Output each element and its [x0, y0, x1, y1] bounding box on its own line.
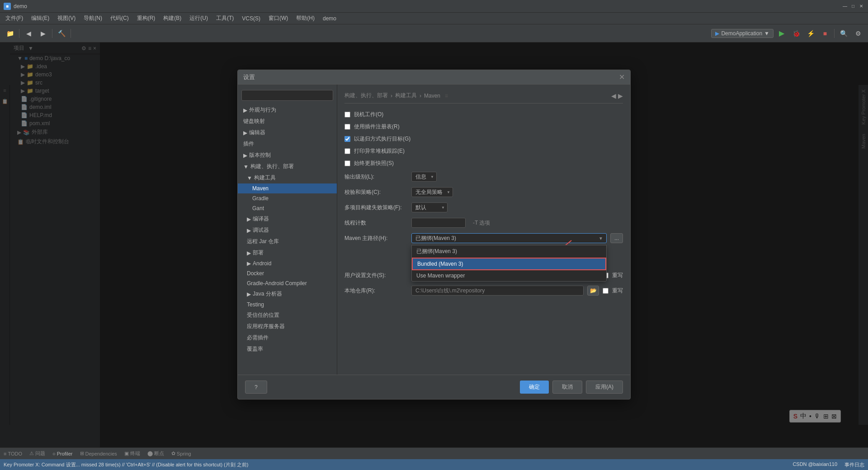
minimize-button[interactable]: — — [842, 3, 848, 9]
nav-item-build-tools[interactable]: ▼ 构建工具 — [238, 172, 337, 183]
title-bar: ■ demo — □ ✕ — [0, 0, 868, 13]
menu-item-工具(T)[interactable]: 工具(T) — [212, 14, 237, 23]
debug-button[interactable]: 🐞 — [790, 27, 802, 40]
maximize-button[interactable]: □ — [850, 3, 856, 9]
nav-item-gant[interactable]: Gant — [238, 203, 337, 213]
bottom-item-terminal[interactable]: ▣ 终端 — [124, 450, 140, 457]
nav-item-app-servers[interactable]: 应用程序服务器 — [238, 321, 337, 332]
nav-item-compiler[interactable]: ▶ 编译器 — [238, 213, 337, 225]
menu-item-视图(V)[interactable]: 视图(V) — [54, 14, 79, 23]
forward-button[interactable]: ▶ — [37, 27, 49, 40]
build-button[interactable]: 🔨 — [55, 27, 68, 40]
nav-item-required-plugins[interactable]: 必需插件 — [238, 332, 337, 343]
bottom-item-todo[interactable]: ≡ TODO — [4, 451, 22, 456]
local-repo-input[interactable] — [411, 286, 584, 296]
nav-item-docker[interactable]: Docker — [238, 268, 337, 278]
bottom-item-spring[interactable]: ✿ Spring — [171, 451, 191, 456]
bottom-item-problems[interactable]: ⚠ 问题 — [29, 450, 45, 457]
dialog-confirm-button[interactable]: 确定 — [520, 381, 549, 394]
nav-item-appearance[interactable]: ▶ 外观与行为 — [238, 104, 337, 116]
offline-work-checkbox[interactable] — [344, 112, 350, 118]
thread-count-row: 线程计数 -T 选项 — [344, 218, 623, 228]
nav-item-remote-jar[interactable]: 远程 Jar 仓库 — [238, 236, 337, 247]
dialog-close-button[interactable]: ✕ — [619, 73, 625, 81]
nav-item-plugins[interactable]: 插件 — [238, 138, 337, 150]
always-update-checkbox[interactable] — [344, 160, 350, 166]
nav-item-editor[interactable]: ▶ 编辑器 — [238, 127, 337, 138]
nav-item-testing[interactable]: Testing — [238, 300, 337, 310]
menu-item-构建(B)[interactable]: 构建(B) — [160, 14, 185, 23]
menu-item-运行(U)[interactable]: 运行(U) — [186, 14, 212, 23]
dialog-help-button[interactable]: ? — [245, 381, 267, 394]
coverage-button[interactable]: ⚡ — [804, 27, 817, 40]
status-csdn: CSDN @baixian110 — [793, 461, 837, 468]
nav-item-build[interactable]: ▼ 构建、执行、部署 — [238, 161, 337, 172]
maven-path-dropdown-arrow[interactable]: ▼ — [599, 236, 603, 241]
toolbar: 📁 ◀ ▶ 🔨 ▶ DemoApplication ▼ ▶ 🐞 ⚡ ■ 🔍 ⚙ — [0, 24, 868, 42]
dropdown-item-wrapper[interactable]: Use Maven wrapper — [412, 270, 606, 281]
execute-goals-checkbox[interactable] — [344, 136, 350, 142]
profiler-icon: ○ — [52, 451, 56, 456]
menu-item-demo[interactable]: demo — [319, 14, 340, 23]
bottom-item-profiler[interactable]: ○ Profiler — [52, 451, 73, 456]
plugin-registry-checkbox[interactable] — [344, 124, 350, 130]
nav-item-debugger[interactable]: ▶ 调试器 — [238, 225, 337, 236]
project-view-button[interactable]: 📁 — [4, 27, 16, 40]
nav-item-gradle[interactable]: Gradle — [238, 193, 337, 203]
run-button[interactable]: ▶ — [775, 27, 788, 40]
dialog-apply-button[interactable]: 应用(A) — [586, 381, 623, 394]
search-button[interactable]: 🔍 — [837, 27, 850, 40]
nav-item-deploy[interactable]: ▶ 部署 — [238, 247, 337, 258]
local-repo-overwrite-checkbox[interactable] — [603, 288, 609, 294]
dialog-search-input[interactable] — [241, 90, 333, 101]
menu-item-重构(R)[interactable]: 重构(R) — [133, 14, 159, 23]
dialog-cancel-button[interactable]: 取消 — [552, 381, 582, 394]
run-configuration[interactable]: ▶ DemoApplication ▼ — [711, 29, 774, 38]
local-repo-browse-button[interactable]: 📂 — [587, 286, 599, 296]
nav-item-keymap[interactable]: 键盘映射 — [238, 116, 337, 127]
nav-item-android[interactable]: ▶ Android — [238, 258, 337, 268]
checksum-strategy-select[interactable]: 无全局策略 宽松 严格 — [411, 187, 453, 197]
settings-gear-button[interactable]: ⚙ — [852, 27, 864, 40]
nav-item-java-profiler[interactable]: ▶ Java 分析器 — [238, 288, 337, 300]
bottom-item-breakpoints[interactable]: ⬤ 断点 — [147, 450, 164, 457]
problems-icon: ⚠ — [29, 451, 34, 456]
multi-failure-select[interactable]: 默认 失败最快 失败最终 — [411, 202, 448, 212]
menu-item-VCS(S)[interactable]: VCS(S) — [238, 14, 264, 23]
menu-item-文件(F)[interactable]: 文件(F) — [2, 14, 27, 23]
back-button[interactable]: ◀ — [22, 27, 35, 40]
print-exception-checkbox[interactable] — [344, 148, 350, 154]
breadcrumb-sep-2: › — [420, 93, 421, 99]
nav-item-trusted[interactable]: 受信任的位置 — [238, 310, 337, 321]
nav-label-vcs: 版本控制 — [249, 151, 271, 159]
menu-item-编辑(E)[interactable]: 编辑(E) — [28, 14, 53, 23]
modal-overlay: 设置 ✕ ▶ 外观与行为 键盘映射 ▶ 编辑器 — [0, 42, 868, 447]
nav-item-coverage[interactable]: 覆盖率 — [238, 343, 337, 355]
menu-item-窗口(W)[interactable]: 窗口(W) — [265, 14, 292, 23]
nav-item-gradle-android[interactable]: Gradle-Android Compiler — [238, 278, 337, 288]
nav-label-coverage: 覆盖率 — [247, 345, 263, 353]
stop-button[interactable]: ■ — [819, 27, 831, 40]
thread-count-input[interactable] — [411, 218, 466, 228]
local-repo-overwrite-label: 重写 — [612, 287, 623, 295]
dropdown-item-bundled-en[interactable]: Bundled (Maven 3) — [412, 258, 606, 270]
multi-failure-select-wrapper: 默认 失败最快 失败最终 — [411, 202, 448, 212]
menu-item-帮助(H)[interactable]: 帮助(H) — [292, 14, 318, 23]
menu-bar: 文件(F)编辑(E)视图(V)导航(N)代码(C)重构(R)构建(B)运行(U)… — [0, 13, 868, 24]
nav-item-vcs[interactable]: ▶ 版本控制 — [238, 150, 337, 161]
menu-item-导航(N)[interactable]: 导航(N) — [80, 14, 106, 23]
nav-label-remote-jar: 远程 Jar 仓库 — [247, 238, 279, 245]
breakpoints-label: 断点 — [154, 450, 164, 457]
dropdown-item-bundled-cn[interactable]: 已捆绑(Maven 3) — [412, 245, 606, 258]
nav-item-maven[interactable]: Maven — [238, 183, 337, 193]
status-event-log[interactable]: 事件日志 — [844, 461, 864, 468]
menu-item-代码(C)[interactable]: 代码(C) — [107, 14, 132, 23]
maven-path-browse-button[interactable]: ... — [610, 233, 623, 243]
breadcrumb-back-button[interactable]: ◀ — [611, 92, 616, 99]
close-button[interactable]: ✕ — [858, 3, 864, 9]
breadcrumb-forward-button[interactable]: ▶ — [618, 92, 623, 99]
bottom-item-dependencies[interactable]: ⊞ Dependencies — [80, 451, 117, 456]
breadcrumb-item-1: 构建、执行、部署 — [344, 92, 388, 99]
output-level-select[interactable]: 信息 调试 警告 错误 — [411, 172, 437, 182]
output-level-select-wrapper: 信息 调试 警告 错误 — [411, 172, 437, 182]
